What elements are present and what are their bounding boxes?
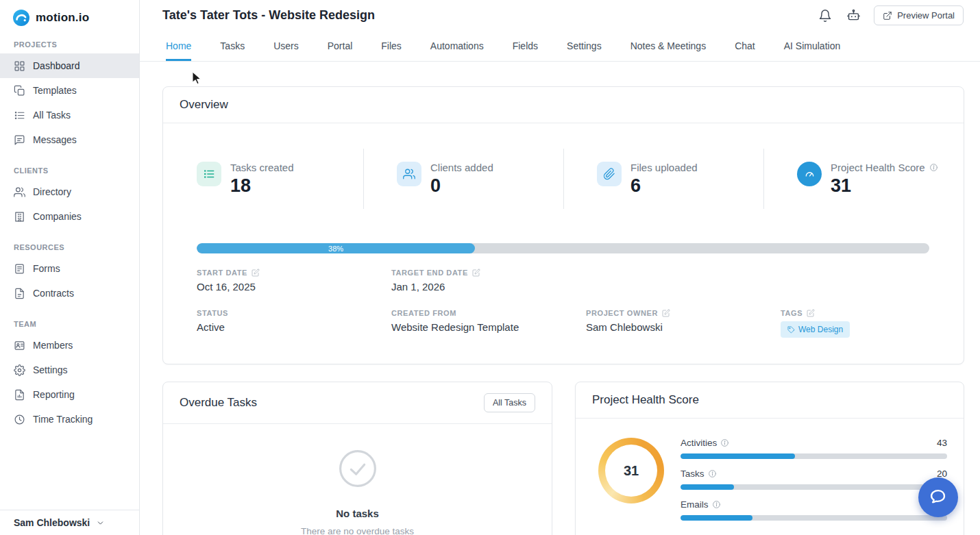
project-health-card: Project Health Score 31 Activities 43 [575, 382, 964, 535]
tab-bar: Home Tasks Users Portal Files Automation… [140, 31, 980, 62]
sidebar-item-contracts[interactable]: Contracts [0, 281, 139, 306]
sidebar-item-forms[interactable]: Forms [0, 256, 139, 281]
project-owner-value: Sam Chlebowski [586, 321, 781, 333]
sidebar-item-dashboard[interactable]: Dashboard [0, 53, 139, 78]
tab-fields[interactable]: Fields [513, 31, 538, 61]
edit-icon[interactable] [472, 269, 480, 277]
health-metrics: Activities 43 Tasks 20 [681, 438, 947, 530]
tab-portal[interactable]: Portal [328, 31, 353, 61]
stat-label: Tasks created [230, 162, 294, 173]
main-area: Tate's Tater Tots - Website Redesign Pre… [140, 0, 980, 535]
gauge-icon [797, 162, 822, 186]
id-card-icon [14, 340, 25, 351]
sidebar-item-companies[interactable]: Companies [0, 204, 139, 229]
stat-value: 31 [831, 175, 938, 197]
tab-chat[interactable]: Chat [735, 31, 755, 61]
info-icon[interactable] [720, 438, 729, 447]
sidebar-item-all-tasks[interactable]: All Tasks [0, 103, 139, 127]
field-start-date: START DATE Oct 16, 2025 [197, 269, 391, 293]
sidebar-item-settings[interactable]: Settings [0, 358, 139, 382]
chat-bubble-icon [929, 488, 948, 507]
field-tags: TAGS Web Design [781, 309, 947, 338]
sidebar-item-members[interactable]: Members [0, 333, 139, 358]
sidebar-item-reporting[interactable]: Reporting [0, 382, 139, 407]
sidebar-item-label: Time Tracking [33, 414, 93, 425]
sidebar-item-label: Contracts [33, 288, 74, 299]
stat-files-uploaded: Files uploaded 6 [563, 123, 763, 210]
created-from-value: Website Redesign Template [391, 321, 586, 333]
external-link-icon [883, 11, 892, 21]
edit-icon[interactable] [807, 309, 815, 317]
building-icon [14, 211, 25, 223]
stat-value: 18 [230, 175, 294, 197]
sidebar-item-label: Settings [33, 364, 68, 375]
tab-files[interactable]: Files [381, 31, 402, 61]
clients-icon [397, 162, 421, 186]
empty-title: No tasks [336, 508, 379, 519]
tab-users[interactable]: Users [273, 31, 299, 61]
overview-fields: START DATE Oct 16, 2025 TARGET END DATE … [197, 269, 947, 338]
info-icon[interactable] [712, 500, 721, 509]
tab-ai-simulation[interactable]: AI Simulation [784, 31, 840, 61]
metric-activities: Activities 43 [681, 438, 947, 459]
progress-percent-label: 38% [328, 245, 343, 253]
sidebar-item-templates[interactable]: Templates [0, 78, 139, 103]
overview-stats: Tasks created 18 Clients added 0 [163, 123, 964, 210]
user-menu[interactable]: Sam Chlebowski [0, 510, 139, 535]
field-status: STATUS Active [197, 309, 391, 338]
form-icon [14, 263, 25, 275]
sidebar-item-label: Reporting [33, 389, 75, 400]
stat-value: 6 [630, 175, 698, 197]
section-projects: PROJECTS [0, 40, 139, 49]
sidebar-item-time-tracking[interactable]: Time Tracking [0, 407, 139, 432]
tab-tasks[interactable]: Tasks [220, 31, 245, 61]
notifications-button[interactable] [817, 8, 833, 24]
tab-automations[interactable]: Automations [430, 31, 484, 61]
all-tasks-button[interactable]: All Tasks [484, 393, 535, 412]
tag-web-design[interactable]: Web Design [781, 321, 850, 338]
field-created-from: CREATED FROM Website Redesign Template [391, 309, 586, 338]
sidebar-item-label: All Tasks [33, 110, 71, 121]
edit-icon[interactable] [662, 309, 670, 317]
sidebar-item-label: Members [33, 340, 73, 351]
brand-name: motion.io [36, 11, 89, 25]
bell-icon [818, 9, 832, 23]
dashboard-icon [14, 60, 25, 72]
users-icon [14, 186, 25, 198]
tab-home[interactable]: Home [166, 31, 191, 61]
sidebar-item-label: Dashboard [33, 60, 80, 71]
section-clients: CLIENTS [0, 166, 139, 175]
page-title: Tate's Tater Tots - Website Redesign [162, 8, 375, 23]
brand-logo[interactable]: motion.io [0, 0, 139, 34]
overdue-tasks-title: Overdue Tasks [180, 396, 257, 410]
info-icon[interactable] [929, 163, 938, 172]
metric-tasks: Tasks 20 [681, 469, 947, 490]
info-icon[interactable] [708, 469, 717, 478]
preview-portal-button[interactable]: Preview Portal [874, 5, 964, 25]
sidebar-item-messages[interactable]: Messages [0, 127, 139, 152]
messages-icon [14, 134, 25, 146]
chat-widget-button[interactable] [918, 477, 958, 517]
user-name: Sam Chlebowski [14, 517, 90, 528]
gear-icon [14, 364, 25, 376]
edit-icon[interactable] [252, 269, 260, 277]
sidebar: motion.io PROJECTS Dashboard Templates A… [0, 0, 140, 535]
check-circle-icon [338, 449, 378, 488]
stat-value: 0 [430, 175, 493, 197]
tab-settings[interactable]: Settings [567, 31, 602, 61]
templates-icon [14, 85, 25, 97]
sidebar-item-label: Directory [33, 186, 71, 197]
stat-clients-added: Clients added 0 [363, 123, 563, 210]
sidebar-item-directory[interactable]: Directory [0, 179, 139, 204]
sidebar-item-label: Templates [33, 85, 77, 96]
chevron-down-icon [96, 519, 105, 527]
overdue-empty-state: No tasks There are no overdue tasks [163, 424, 552, 535]
tag-label: Web Design [798, 325, 843, 334]
ai-assistant-button[interactable] [845, 7, 862, 24]
field-target-end-date: TARGET END DATE Jan 1, 2026 [391, 269, 586, 293]
target-end-date-value: Jan 1, 2026 [391, 281, 586, 293]
health-score-value: 31 [598, 438, 664, 503]
status-value: Active [197, 321, 391, 333]
tab-notes-meetings[interactable]: Notes & Meetings [630, 31, 707, 61]
stat-tasks-created: Tasks created 18 [163, 123, 363, 210]
